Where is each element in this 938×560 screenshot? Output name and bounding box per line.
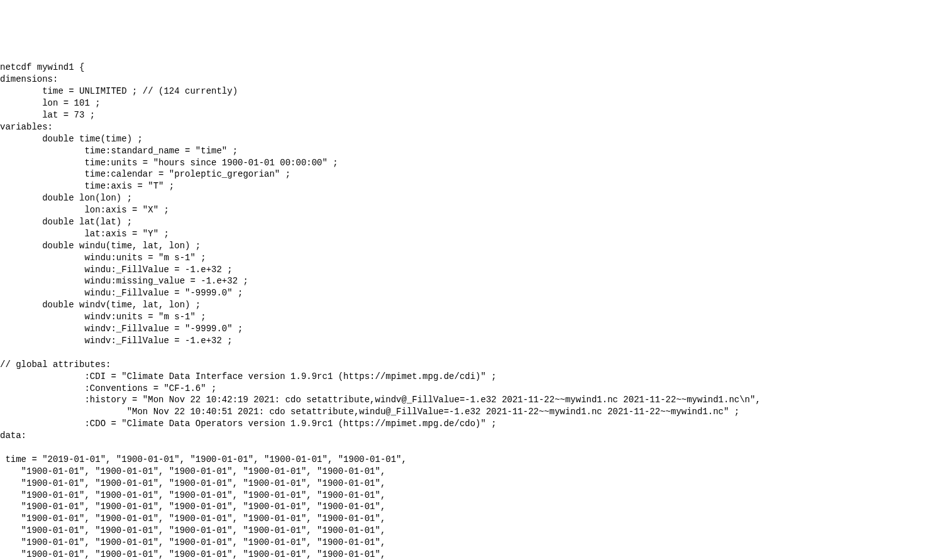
global-cdo: :CDO = "Climate Data Operators version 1… — [0, 419, 497, 429]
var-windu-fillvalue-lc: windu:_Fillvalue = "-9999.0" ; — [0, 288, 243, 298]
time-data-line: "1900-01-01", "1900-01-01", "1900-01-01"… — [0, 490, 385, 500]
ncdump-header: netcdf mywind1 { — [0, 62, 84, 72]
time-data-line: "1900-01-01", "1900-01-01", "1900-01-01"… — [0, 466, 385, 476]
var-time-calendar: time:calendar = "proleptic_gregorian" ; — [0, 169, 290, 179]
time-data-line: "1900-01-01", "1900-01-01", "1900-01-01"… — [0, 549, 385, 559]
variables-label: variables: — [0, 122, 53, 132]
dim-lat: lat = 73 ; — [0, 110, 95, 120]
time-data-line: time = "2019-01-01", "1900-01-01", "1900… — [0, 454, 407, 464]
time-data-line: "1900-01-01", "1900-01-01", "1900-01-01"… — [0, 502, 385, 512]
var-lat-axis: lat:axis = "Y" ; — [0, 229, 169, 239]
time-data-line: "1900-01-01", "1900-01-01", "1900-01-01"… — [0, 537, 385, 547]
global-cdi: :CDI = "Climate Data Interface version 1… — [0, 371, 497, 382]
var-windu-decl: double windu(time, lat, lon) ; — [0, 241, 201, 251]
var-time-axis: time:axis = "T" ; — [0, 181, 174, 191]
var-time-decl: double time(time) ; — [0, 134, 143, 144]
time-data-line: "1900-01-01", "1900-01-01", "1900-01-01"… — [0, 513, 385, 524]
global-conventions: :Conventions = "CF-1.6" ; — [0, 383, 216, 393]
var-windu-fillvalue: windu:_FillValue = -1.e+32 ; — [0, 265, 233, 275]
var-windu-missing-value: windu:missing_value = -1.e+32 ; — [0, 276, 248, 286]
var-lat-decl: double lat(lat) ; — [0, 217, 132, 227]
var-time-standard-name: time:standard_name = "time" ; — [0, 146, 238, 156]
terminal-output[interactable]: netcdf mywind1 { dimensions: time = UNLI… — [0, 48, 938, 560]
var-windu-units: windu:units = "m s-1" ; — [0, 253, 206, 263]
time-data-line: "1900-01-01", "1900-01-01", "1900-01-01"… — [0, 525, 385, 535]
time-data-line: "1900-01-01", "1900-01-01", "1900-01-01"… — [0, 478, 385, 488]
data-label: data: — [0, 431, 26, 441]
var-windv-decl: double windv(time, lat, lon) ; — [0, 300, 201, 310]
dim-time: time = UNLIMITED ; // (124 currently) — [0, 86, 238, 96]
var-lon-axis: lon:axis = "X" ; — [0, 205, 169, 215]
var-windv-fillvalue: windv:_FillValue = -1.e+32 ; — [0, 336, 233, 346]
var-windv-units: windv:units = "m s-1" ; — [0, 312, 206, 322]
var-time-units: time:units = "hours since 1900-01-01 00:… — [0, 158, 338, 168]
global-attributes-label: // global attributes: — [0, 360, 111, 370]
var-windv-fillvalue-lc: windv:_Fillvalue = "-9999.0" ; — [0, 324, 243, 334]
dim-lon: lon = 101 ; — [0, 98, 101, 108]
dimensions-label: dimensions: — [0, 74, 58, 84]
global-history-line2: "Mon Nov 22 10:40:51 2021: cdo setattrib… — [0, 407, 739, 417]
var-lon-decl: double lon(lon) ; — [0, 193, 132, 203]
global-history-line1: :history = "Mon Nov 22 10:42:19 2021: cd… — [0, 395, 761, 405]
